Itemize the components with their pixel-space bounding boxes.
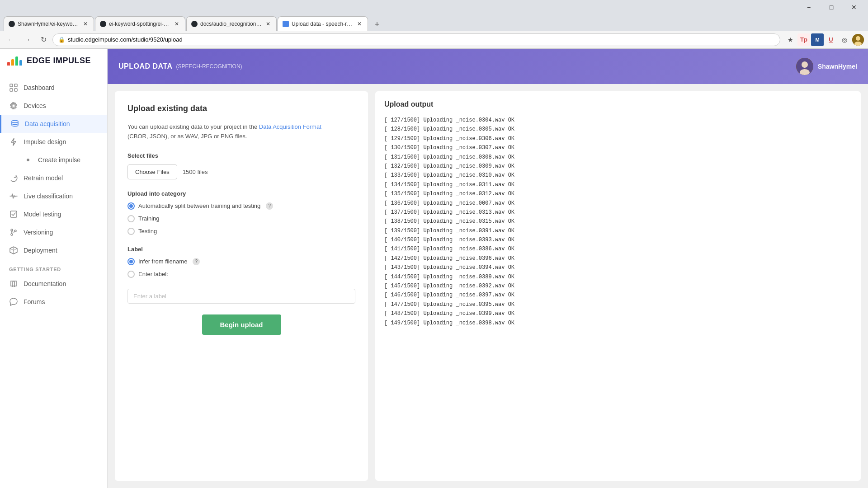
sidebar-item-create-impulse[interactable]: Create impulse [0, 151, 107, 169]
sidebar-item-dashboard-label: Dashboard [24, 84, 55, 91]
radio-enter-label[interactable]: Enter label: [127, 271, 355, 278]
log-entry: [ 128/1500] Uploading _noise.0305.wav OK [384, 125, 852, 134]
check-square-icon [9, 210, 18, 219]
sidebar-item-deployment[interactable]: Deployment [0, 241, 107, 259]
close-button[interactable]: ✕ [844, 0, 864, 14]
tab-1-close[interactable]: ✕ [82, 20, 89, 28]
sidebar-item-create-impulse-label: Create impulse [38, 156, 80, 164]
label-section-label: Label [127, 246, 355, 253]
sidebar-logo: EDGE IMPULSE [0, 49, 107, 73]
log-entry: [ 147/1500] Uploading _noise.0395.wav OK [384, 300, 852, 309]
radio-training[interactable]: Training [127, 215, 355, 222]
radio-enter-label-label: Enter label: [138, 271, 168, 277]
sidebar-item-deployment-label: Deployment [24, 247, 57, 254]
upload-form-title: Upload existing data [127, 104, 355, 113]
window-controls[interactable]: − □ ✕ [798, 0, 864, 14]
minimize-button[interactable]: − [798, 0, 819, 14]
sidebar-item-data-acquisition[interactable]: Data acquisition [0, 115, 107, 133]
radio-auto-split[interactable]: Automatically split between training and… [127, 202, 355, 210]
message-circle-icon [9, 297, 18, 306]
label-radio-group: Infer from filename ? Enter label: [127, 258, 355, 278]
sidebar-item-forums[interactable]: Forums [0, 293, 107, 311]
zap-icon [9, 137, 18, 146]
radio-training-btn[interactable] [127, 215, 135, 222]
upload-output-log[interactable]: [ 127/1500] Uploading _noise.0304.wav OK… [384, 116, 852, 472]
tab-4[interactable]: Upload data - speech-recognitio... ✕ [278, 16, 368, 31]
log-entry: [ 131/1500] Uploading _noise.0308.wav OK [384, 153, 852, 162]
log-entry: [ 142/1500] Uploading _noise.0396.wav OK [384, 254, 852, 263]
sidebar-item-documentation[interactable]: Documentation [0, 275, 107, 293]
forward-button[interactable]: → [20, 33, 34, 47]
address-bar[interactable]: 🔒 [52, 33, 780, 46]
log-entry: [ 143/1500] Uploading _noise.0394.wav OK [384, 263, 852, 272]
radio-testing[interactable]: Testing [127, 228, 355, 235]
sidebar-item-data-acquisition-label: Data acquisition [25, 120, 70, 127]
sidebar-item-impulse-design[interactable]: Impulse design [0, 133, 107, 151]
nav-bar: ← → ↻ 🔒 ★ Tp M U ◎ [0, 31, 868, 49]
profile-button[interactable] [852, 33, 864, 46]
maximize-button[interactable]: □ [821, 0, 842, 14]
sidebar-nav: Dashboard [0, 73, 107, 488]
bookmark-icon[interactable]: ★ [784, 33, 797, 46]
address-input[interactable] [68, 36, 774, 43]
profile-avatar [852, 34, 864, 46]
radio-infer-filename[interactable]: Infer from filename ? [127, 258, 355, 265]
label-input[interactable] [127, 289, 355, 304]
sidebar-item-model-testing-label: Model testing [24, 211, 61, 218]
user-avatar [796, 58, 813, 75]
content-body: Upload existing data You can upload exis… [108, 84, 868, 488]
tab-3-label: docs/audio_recognition.md at m... [200, 21, 262, 27]
radio-training-label: Training [138, 215, 159, 222]
extension-icon-u[interactable]: U [825, 33, 837, 46]
svg-point-26 [14, 230, 16, 232]
user-profile[interactable]: ShawnHymel [796, 58, 857, 75]
sidebar-item-documentation-label: Documentation [24, 280, 66, 287]
tab-4-close[interactable]: ✕ [356, 20, 363, 28]
sidebar-item-devices[interactable]: Devices [0, 97, 107, 115]
choose-files-button[interactable]: Choose Files [127, 164, 177, 179]
svg-point-22 [27, 159, 29, 161]
tab-2-close[interactable]: ✕ [173, 20, 180, 28]
grid-icon [9, 83, 18, 92]
log-entry: [ 148/1500] Uploading _noise.0399.wav OK [384, 309, 852, 318]
sidebar-item-live-classification[interactable]: Live classification [0, 187, 107, 205]
tab-1-favicon [9, 21, 15, 27]
tab-3[interactable]: docs/audio_recognition.md at m... ✕ [186, 16, 277, 31]
book-icon [9, 279, 18, 288]
extension-icon-ms[interactable]: M [811, 33, 824, 46]
auto-split-help-icon[interactable]: ? [266, 202, 273, 210]
tab-2-label: ei-keyword-spotting/ei-audio-d... [109, 21, 170, 27]
radio-enter-label-btn[interactable] [127, 271, 135, 278]
log-entry: [ 135/1500] Uploading _noise.0312.wav OK [384, 189, 852, 198]
tab-1[interactable]: ShawnHymel/ei-keyword-spott... ✕ [4, 16, 94, 31]
extension-icon-tp[interactable]: Tp [797, 33, 810, 46]
infer-filename-help-icon[interactable]: ? [193, 258, 200, 265]
log-entry: [ 146/1500] Uploading _noise.0397.wav OK [384, 291, 852, 300]
back-button[interactable]: ← [4, 33, 18, 47]
sidebar-item-versioning[interactable]: Versioning [0, 223, 107, 241]
tab-1-label: ShawnHymel/ei-keyword-spott... [18, 21, 79, 27]
sidebar-item-impulse-design-label: Impulse design [24, 138, 66, 145]
sidebar-item-dashboard[interactable]: Dashboard [0, 79, 107, 97]
refresh-icon [9, 174, 18, 183]
tab-3-favicon [191, 21, 198, 27]
sidebar-item-retrain-model[interactable]: Retrain model [0, 169, 107, 187]
radio-testing-btn[interactable] [127, 228, 135, 235]
begin-upload-button[interactable]: Begin upload [202, 314, 281, 335]
lock-icon: 🔒 [58, 37, 65, 43]
upload-output-card: Upload output [ 127/1500] Uploading _noi… [375, 91, 861, 481]
svg-point-30 [802, 61, 808, 68]
reload-button[interactable]: ↻ [36, 33, 51, 47]
radio-auto-split-btn[interactable] [127, 202, 135, 210]
new-tab-button[interactable]: + [371, 18, 383, 31]
data-acquisition-format-link[interactable]: Data Acquisition Format [259, 123, 321, 130]
tab-3-close[interactable]: ✕ [264, 20, 272, 28]
extension-icon-extra[interactable]: ◎ [838, 33, 851, 46]
svg-rect-4 [14, 84, 17, 87]
tab-2[interactable]: ei-keyword-spotting/ei-audio-d... ✕ [95, 16, 185, 31]
logo-icon [7, 56, 22, 66]
radio-infer-filename-btn[interactable] [127, 258, 135, 265]
sidebar: EDGE IMPULSE Dashboard [0, 49, 108, 488]
sidebar-item-model-testing[interactable]: Model testing [0, 205, 107, 223]
log-entry: [ 144/1500] Uploading _noise.0389.wav OK [384, 272, 852, 282]
